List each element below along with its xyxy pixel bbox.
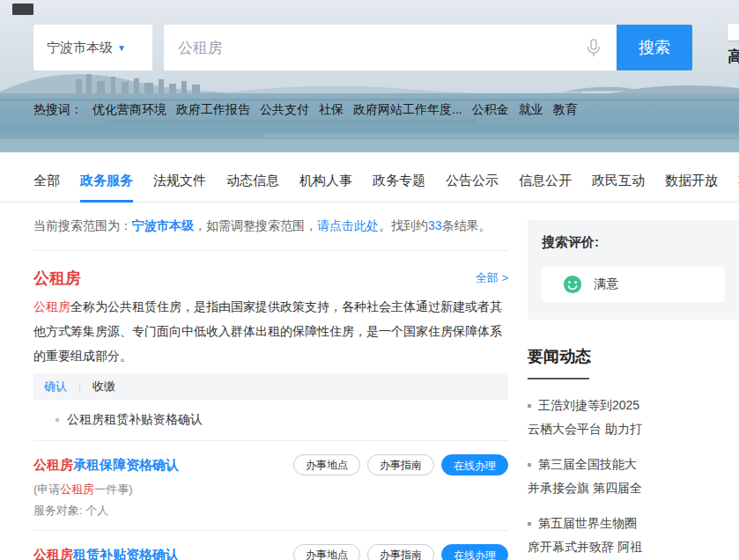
chevron-down-icon: ▼: [117, 43, 126, 53]
category-tabs: 全部 政务服务 法规文件 动态信息 机构人事 政务专题 公告公示 信息公开 政民…: [0, 152, 739, 203]
region-selector[interactable]: 宁波市本级 ▼: [33, 25, 152, 70]
search-evaluation-box: 搜索评价: 满意: [528, 220, 739, 320]
heading-underline: [528, 378, 589, 379]
hot-words: 热搜词： 优化营商环境 政府工作报告 公共支付 社保 政府网站工作年度... 公…: [33, 102, 578, 118]
handle-online-button[interactable]: 在线办理: [441, 454, 508, 475]
hot-word-link[interactable]: 公积金: [472, 102, 509, 118]
top-left-marker: [12, 4, 33, 15]
tab-all[interactable]: 全部: [33, 173, 60, 202]
satisfied-option[interactable]: 满意: [542, 267, 725, 302]
tab-announcements[interactable]: 公告公示: [446, 173, 499, 202]
service-guide-button[interactable]: 办事指南: [367, 544, 434, 560]
news-item-text: 王浩刘捷等到2025: [538, 398, 639, 412]
news-item[interactable]: 第五届世界生物圈 席开幕式并致辞 阿祖: [528, 512, 739, 559]
tab-public-interaction[interactable]: 政民互动: [592, 173, 645, 202]
bullet-icon: [528, 463, 531, 467]
result-item: 公租房租赁补贴资格确认 办事地点 办事指南 在线办理 (公租房保障资格证申领) …: [33, 531, 508, 560]
news-item-text: 席开幕式并致辞 阿祖: [528, 535, 739, 559]
subtitle-suffix: 一件事): [94, 483, 132, 496]
scope-middle: ，如需调整搜索范围，: [194, 218, 317, 232]
news-item[interactable]: 王浩刘捷等到2025 云栖大会平台 助力打: [528, 394, 739, 441]
subtitle-prefix: (申请: [33, 483, 60, 496]
scope-after: 。找到约: [379, 218, 428, 232]
scope-prefix: 当前搜索范围为：: [33, 218, 132, 232]
advanced-search-label-partial: 高: [728, 47, 739, 67]
banner-photo: [0, 0, 739, 152]
keyword-highlight: 公租房: [33, 547, 73, 560]
news-item-text: 并承接会旗 第四届全: [528, 476, 739, 500]
scope-name[interactable]: 宁波市本级: [132, 218, 194, 232]
result-title-text: 承租保障资格确认: [73, 457, 179, 472]
result-subtitle: (申请公租房一件事): [33, 482, 508, 497]
service-location-button[interactable]: 办事地点: [293, 544, 360, 560]
news-item-text: 云栖大会平台 助力打: [528, 417, 739, 441]
satisfied-label: 满意: [594, 276, 618, 292]
view-all-link[interactable]: 全部 >: [476, 270, 508, 286]
hot-word-link[interactable]: 教育: [553, 102, 578, 118]
handle-online-button[interactable]: 在线办理: [441, 544, 508, 560]
service-target-value: 个人: [85, 504, 108, 517]
hot-word-link[interactable]: 优化营商环境: [92, 102, 166, 118]
bullet-icon: [528, 404, 531, 408]
service-target: 服务对象: 个人: [33, 503, 508, 519]
hot-word-link[interactable]: 就业: [519, 102, 543, 118]
hero-banner: 宁波市本级 ▼ 搜索 高 热搜词： 优化营商环境 政府工作报告 公共支付 社保 …: [0, 0, 739, 152]
result-title-text: 租赁补贴资格确认: [73, 547, 179, 560]
tab-government-services[interactable]: 政务服务: [80, 173, 133, 202]
tab-special-topics[interactable]: 政务专题: [373, 173, 425, 202]
region-selector-label: 宁波市本级: [47, 40, 113, 56]
news-section-title: 要闻动态: [528, 346, 739, 367]
knowledge-card-tabs: 确认 | 收缴: [33, 373, 508, 400]
knowledge-list-item[interactable]: 公租房租赁补贴资格确认: [33, 412, 508, 428]
advanced-search-checkbox[interactable]: [728, 24, 739, 41]
service-guide-button[interactable]: 办事指南: [367, 454, 434, 475]
news-item[interactable]: 第三届全国技能大 并承接会旗 第四届全: [528, 453, 739, 500]
service-location-button[interactable]: 办事地点: [293, 454, 360, 475]
news-item-text: 第三届全国技能大: [538, 457, 637, 471]
tab-org-personnel[interactable]: 机构人事: [299, 173, 352, 202]
knowledge-card-title: 公租房: [33, 268, 81, 289]
result-count: 33: [428, 218, 442, 232]
search-bar: 宁波市本级 ▼ 搜索: [33, 25, 692, 70]
knowledge-card-description: 公租房全称为公共租赁住房，是指由国家提供政策支持，各种社会主体通过新建或者其他方…: [33, 294, 508, 368]
tab-news-info[interactable]: 动态信息: [226, 173, 279, 202]
hot-word-link[interactable]: 政府网站工作年度...: [353, 102, 462, 118]
tab-info-disclosure[interactable]: 信息公开: [519, 173, 572, 202]
hot-words-label: 热搜词：: [33, 102, 83, 118]
result-item: 公租房承租保障资格确认 办事地点 办事指南 在线办理 (申请公租房一件事) 服务…: [33, 441, 508, 531]
adjust-scope-link[interactable]: 请点击此处: [317, 218, 379, 232]
search-input[interactable]: [164, 25, 617, 70]
microphone-icon[interactable]: [583, 37, 604, 58]
search-evaluation-title: 搜索评价:: [542, 234, 725, 251]
knowledge-card: 公租房 全部 > 公租房全称为公共租赁住房，是指由国家提供政策支持，各种社会主体…: [33, 268, 508, 441]
results-column: 当前搜索范围为：宁波市本级，如需调整搜索范围，请点击此处。找到约33条结果。 公…: [33, 203, 508, 560]
search-button[interactable]: 搜索: [617, 25, 692, 70]
smiley-icon: [563, 275, 582, 294]
tab-regulations[interactable]: 法规文件: [153, 173, 206, 202]
hot-word-link[interactable]: 社保: [319, 102, 344, 118]
search-input-wrap: [164, 25, 617, 70]
scope-bar: 当前搜索范围为：宁波市本级，如需调整搜索范围，请点击此处。找到约33条结果。: [33, 218, 508, 251]
ktab-divider: |: [78, 381, 81, 392]
tab-open-data[interactable]: 数据开放: [665, 173, 718, 202]
scope-suffix: 条结果。: [442, 218, 491, 232]
keyword-highlight: 公租房: [33, 299, 70, 313]
ktab-confirm[interactable]: 确认: [44, 379, 67, 394]
result-title-link[interactable]: 公租房承租保障资格确认: [33, 457, 179, 474]
knowledge-list-item-label: 公租房租赁补贴资格确认: [67, 412, 203, 428]
news-section: 要闻动态 王浩刘捷等到2025 云栖大会平台 助力打 第三届全国技能大 并承接会…: [528, 346, 739, 559]
keyword-highlight: 公租房: [60, 483, 94, 496]
main-content: 当前搜索范围为：宁波市本级，如需调整搜索范围，请点击此处。找到约33条结果。 公…: [0, 203, 739, 560]
hot-word-link[interactable]: 政府工作报告: [176, 102, 250, 118]
service-target-label: 服务对象:: [33, 504, 83, 517]
keyword-highlight: 公租房: [33, 457, 73, 472]
news-item-text: 第五届世界生物圈: [538, 516, 637, 530]
bullet-icon: [55, 418, 59, 422]
advanced-search-cutoff[interactable]: 高: [728, 24, 739, 67]
description-text: 全称为公共租赁住房，是指由国家提供政策支持，各种社会主体通过新建或者其他方式筹集…: [33, 299, 502, 363]
sidebar: 搜索评价: 满意 要闻动态 王浩刘捷等到2025 云栖大会平台 助力打: [528, 203, 739, 560]
result-title-link[interactable]: 公租房租赁补贴资格确认: [33, 547, 179, 560]
ktab-collect[interactable]: 收缴: [92, 379, 115, 394]
bullet-icon: [528, 522, 531, 526]
hot-word-link[interactable]: 公共支付: [260, 102, 309, 118]
